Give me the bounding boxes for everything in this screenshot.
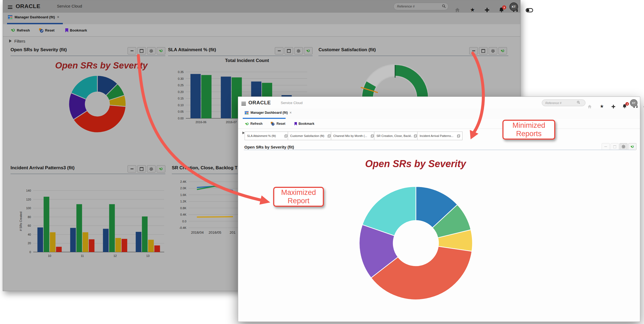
filters-expand-icon[interactable] [242, 132, 245, 134]
minimize-button[interactable] [602, 143, 610, 150]
tab-manager-dashboard[interactable]: Manager Dashboard (fit) × [245, 111, 292, 115]
options-gear-button[interactable] [489, 47, 497, 54]
restore-button[interactable] [479, 47, 488, 54]
bookmark-button[interactable]: Bookmark [294, 122, 314, 126]
options-gear-button[interactable] [294, 47, 303, 54]
fg-topbar: ORACLE Service Cloud ★ 3 [238, 97, 640, 109]
panel-divider [11, 174, 165, 174]
options-gear-button[interactable] [619, 143, 628, 150]
panel-sla-actions: ↻ [275, 47, 313, 54]
bookmark-icon [294, 122, 297, 126]
oracle-logo: ORACLE [16, 3, 40, 9]
tab-close-icon[interactable]: × [290, 111, 292, 115]
minimized-report-label: Customer Satisfaction (fit) [290, 134, 324, 137]
svg-text:60: 60 [28, 224, 31, 227]
notifications-bell-icon[interactable]: 3 [499, 7, 504, 12]
svg-text:1.2K: 1.2K [180, 200, 186, 203]
add-plus-icon[interactable] [611, 105, 615, 109]
refresh-report-button[interactable]: ↻ [157, 165, 165, 173]
refresh-report-button[interactable]: ↻ [628, 143, 636, 150]
notification-badge: 3 [625, 102, 629, 106]
svg-text:0.15: 0.15 [178, 97, 184, 100]
filters-label: Filters [14, 39, 25, 43]
notification-badge: 3 [502, 5, 506, 9]
minimize-button[interactable] [275, 47, 283, 54]
bookmark-button[interactable]: Bookmark [65, 28, 87, 32]
svg-text:11: 11 [81, 254, 84, 257]
panel-title: Incident Arrival Patterns3 (fit) [11, 165, 74, 171]
panel-sla-header: SLA Attainment % (fit) [168, 47, 216, 53]
notifications-bell-icon[interactable]: 3 [622, 104, 627, 108]
minimize-button[interactable] [128, 47, 136, 54]
minimized-report-incident-arrival[interactable]: Incident Arrival Patterns... [417, 132, 463, 140]
sr-creation-line-chart: -0.4K0.00.4K0.8K1.2K1.6K2.0K2.4K2016/042… [173, 177, 243, 240]
refresh-icon: ↻ [500, 48, 505, 54]
home-icon[interactable] [455, 8, 460, 12]
tab-manager-dashboard[interactable]: Manager Dashboard (fit) × [8, 15, 59, 19]
svg-text:2016/04: 2016/04 [191, 230, 204, 235]
svg-text:0: 0 [29, 250, 31, 254]
svg-text:2016-07: 2016-07 [226, 120, 237, 124]
reset-icon: ↺ [39, 28, 43, 33]
foreground-window: ORACLE Service Cloud ★ 3 [238, 96, 640, 322]
panel-incident-actions: ↻ [128, 165, 165, 173]
refresh-report-button[interactable]: ↻ [304, 47, 313, 54]
minimized-report-label: SLA Attainment % (fit) [247, 134, 276, 137]
menu-icon[interactable] [8, 5, 12, 9]
panel-title: Customer Satisfaction (fit) [318, 47, 376, 53]
refresh-label: Refresh [17, 28, 30, 32]
gear-icon [491, 49, 495, 53]
favorites-star-icon[interactable]: ★ [470, 7, 475, 12]
maximized-report-callout: Maximized Report [273, 187, 324, 207]
bg-tab-row: Manager Dashboard (fit) × [3, 13, 520, 25]
filters-expand-icon[interactable] [9, 39, 12, 43]
restore-button[interactable] [137, 47, 146, 54]
svg-text:0.05: 0.05 [178, 110, 184, 113]
svg-text:0.25: 0.25 [178, 84, 184, 87]
favorites-star-icon[interactable]: ★ [600, 104, 604, 109]
minimized-report-channel-mix[interactable]: Channel Mix by Month (... [331, 132, 376, 140]
minimized-report-csat[interactable]: Customer Satisfaction (fit) [288, 132, 333, 140]
svg-text:13: 13 [146, 254, 149, 257]
search-input[interactable] [542, 99, 585, 106]
minimized-report-sla[interactable]: SLA Attainment % (fit) [245, 132, 290, 140]
reset-label: Reset [276, 122, 285, 126]
restore-button[interactable] [285, 47, 293, 54]
svg-text:20: 20 [28, 242, 31, 245]
reset-label: Reset [45, 28, 54, 32]
reset-button[interactable]: ↺ Reset [39, 28, 54, 33]
minimize-button[interactable] [469, 47, 478, 54]
refresh-report-button[interactable]: ↻ [157, 47, 165, 54]
bookmark-label: Bookmark [70, 28, 87, 32]
svg-text:2016/05: 2016/05 [209, 230, 221, 235]
refresh-button[interactable]: ↻ Refresh [11, 28, 30, 33]
restore-button[interactable] [137, 165, 146, 173]
restore-button[interactable] [611, 143, 619, 150]
avatar[interactable]: KT [630, 99, 638, 107]
menu-icon[interactable] [241, 101, 246, 106]
options-gear-button[interactable] [147, 165, 156, 173]
minimized-reports-callout: Minimized Reports [502, 120, 555, 140]
refresh-icon: ↻ [630, 144, 635, 149]
tab-label: Manager Dashboard (fit) [15, 15, 55, 19]
avatar[interactable]: KT [509, 2, 518, 11]
home-icon[interactable] [587, 105, 592, 109]
svg-text:0.8K: 0.8K [180, 206, 186, 210]
availability-toggle-icon[interactable] [526, 8, 533, 12]
options-gear-button[interactable] [147, 47, 156, 54]
refresh-report-button[interactable]: ↻ [498, 47, 507, 54]
search-input[interactable] [393, 3, 448, 10]
panel-divider [11, 56, 165, 56]
tab-close-icon[interactable]: × [57, 15, 59, 19]
minimize-button[interactable] [128, 165, 136, 173]
refresh-button[interactable]: ↻ Refresh [245, 122, 262, 126]
add-plus-icon[interactable] [485, 8, 489, 12]
product-name: Service Cloud [57, 4, 82, 8]
sla-chart-title: Total Incident Count [192, 58, 302, 63]
reset-icon: ↺ [271, 122, 275, 126]
minimized-report-sr-creation[interactable]: SR Creation, Close, Backl... [374, 132, 419, 140]
reset-button[interactable]: ↺ Reset [270, 122, 285, 126]
refresh-icon: ↻ [245, 121, 250, 126]
svg-text:# SRs Created: # SRs Created [19, 212, 22, 231]
restore-icon [371, 135, 374, 137]
